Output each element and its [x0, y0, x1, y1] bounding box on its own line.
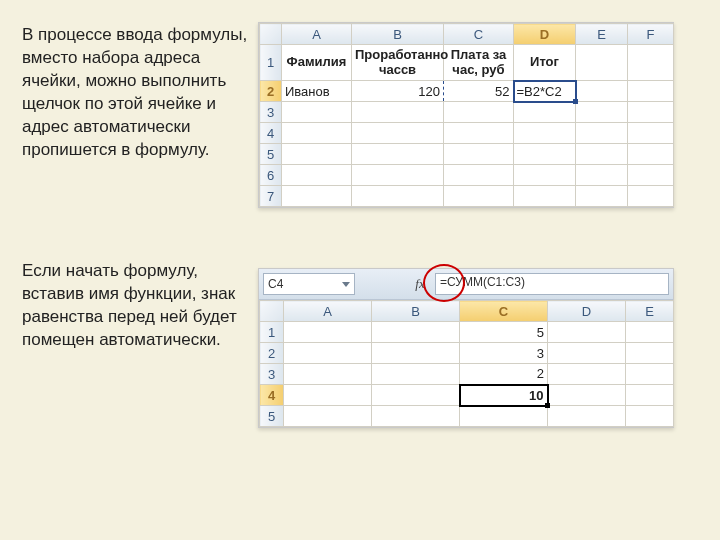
cell[interactable] [444, 186, 514, 207]
row-header[interactable]: 1 [260, 45, 282, 81]
cell[interactable] [576, 165, 628, 186]
cell[interactable]: Итог [514, 45, 576, 81]
cell[interactable] [282, 186, 352, 207]
cell[interactable] [284, 364, 372, 385]
cell[interactable] [548, 385, 626, 406]
cell[interactable]: 5 [460, 322, 548, 343]
cell[interactable] [284, 343, 372, 364]
grid-1[interactable]: A B C D E F 1 Фамилия Проработанно чассв… [259, 23, 674, 207]
col-header[interactable]: F [628, 24, 674, 45]
cell[interactable] [514, 186, 576, 207]
cell[interactable] [548, 343, 626, 364]
cell[interactable] [548, 364, 626, 385]
grid-2[interactable]: A B C D E 15 23 32 410 5 [259, 300, 674, 427]
cell[interactable] [626, 385, 674, 406]
row-header[interactable]: 5 [260, 406, 284, 427]
row-header[interactable]: 4 [260, 123, 282, 144]
cell[interactable] [372, 343, 460, 364]
col-header[interactable]: B [372, 301, 460, 322]
cell[interactable] [282, 144, 352, 165]
cell[interactable] [628, 144, 674, 165]
cell[interactable] [548, 322, 626, 343]
cell[interactable] [628, 165, 674, 186]
cell[interactable] [444, 144, 514, 165]
cell[interactable] [626, 406, 674, 427]
col-header[interactable]: E [576, 24, 628, 45]
cell[interactable] [460, 406, 548, 427]
row-header-selected[interactable]: 2 [260, 81, 282, 102]
cell-editing-formula[interactable]: =B2*C2 [514, 81, 576, 102]
cell[interactable] [628, 102, 674, 123]
name-box-value: C4 [268, 277, 283, 291]
row-header[interactable]: 6 [260, 165, 282, 186]
cell[interactable] [576, 102, 628, 123]
name-box[interactable]: C4 [263, 273, 355, 295]
col-header[interactable]: D [548, 301, 626, 322]
row-header[interactable]: 5 [260, 144, 282, 165]
cell[interactable] [576, 144, 628, 165]
cell[interactable] [372, 385, 460, 406]
col-header-selected[interactable]: D [514, 24, 576, 45]
cell[interactable] [576, 123, 628, 144]
cell-selected[interactable]: 10 [460, 385, 548, 406]
cell[interactable] [626, 322, 674, 343]
col-header[interactable]: A [284, 301, 372, 322]
cell[interactable] [576, 81, 628, 102]
select-all-corner[interactable] [260, 301, 284, 322]
cell[interactable] [628, 45, 674, 81]
cell[interactable]: Фамилия [282, 45, 352, 81]
select-all-corner[interactable] [260, 24, 282, 45]
cell[interactable] [282, 123, 352, 144]
cell[interactable] [372, 364, 460, 385]
cell[interactable]: 2 [460, 364, 548, 385]
cell[interactable] [282, 102, 352, 123]
col-header[interactable]: B [352, 24, 444, 45]
cell[interactable] [284, 406, 372, 427]
row-header-selected[interactable]: 4 [260, 385, 284, 406]
cell[interactable] [372, 406, 460, 427]
cell[interactable] [626, 343, 674, 364]
row-header[interactable]: 3 [260, 102, 282, 123]
cell[interactable] [284, 385, 372, 406]
cell[interactable] [514, 144, 576, 165]
cell[interactable] [514, 102, 576, 123]
cell[interactable] [628, 123, 674, 144]
cell[interactable] [352, 186, 444, 207]
cell-reference-marching[interactable]: 52 [444, 81, 514, 102]
cell[interactable]: Проработанно чассв [352, 45, 444, 81]
spreadsheet-1: A B C D E F 1 Фамилия Проработанно чассв… [258, 22, 674, 208]
cell[interactable] [444, 165, 514, 186]
col-header[interactable]: C [444, 24, 514, 45]
cell[interactable] [352, 102, 444, 123]
cell[interactable] [514, 123, 576, 144]
cell[interactable] [576, 186, 628, 207]
row-header[interactable]: 7 [260, 186, 282, 207]
row-header[interactable]: 2 [260, 343, 284, 364]
cell-reference-marching[interactable]: 120 [352, 81, 444, 102]
row-header[interactable]: 1 [260, 322, 284, 343]
cell[interactable] [626, 364, 674, 385]
col-header-selected[interactable]: C [460, 301, 548, 322]
row-header[interactable]: 3 [260, 364, 284, 385]
cell[interactable] [352, 123, 444, 144]
cell[interactable] [576, 45, 628, 81]
cell[interactable]: Иванов [282, 81, 352, 102]
cell[interactable] [282, 165, 352, 186]
cell[interactable] [352, 165, 444, 186]
col-header[interactable]: A [282, 24, 352, 45]
fx-button[interactable]: fx [411, 275, 429, 293]
cell[interactable] [514, 165, 576, 186]
col-header[interactable]: E [626, 301, 674, 322]
cell[interactable] [628, 186, 674, 207]
cell[interactable] [444, 102, 514, 123]
cell[interactable]: Плата за час, руб [444, 45, 514, 81]
cell[interactable] [444, 123, 514, 144]
cell[interactable] [372, 322, 460, 343]
cell[interactable] [628, 81, 674, 102]
cell[interactable] [548, 406, 626, 427]
cell[interactable] [284, 322, 372, 343]
formula-input[interactable]: =СУММ(C1:C3) [435, 273, 669, 295]
cell[interactable]: 3 [460, 343, 548, 364]
chevron-down-icon[interactable] [342, 282, 350, 287]
cell[interactable] [352, 144, 444, 165]
